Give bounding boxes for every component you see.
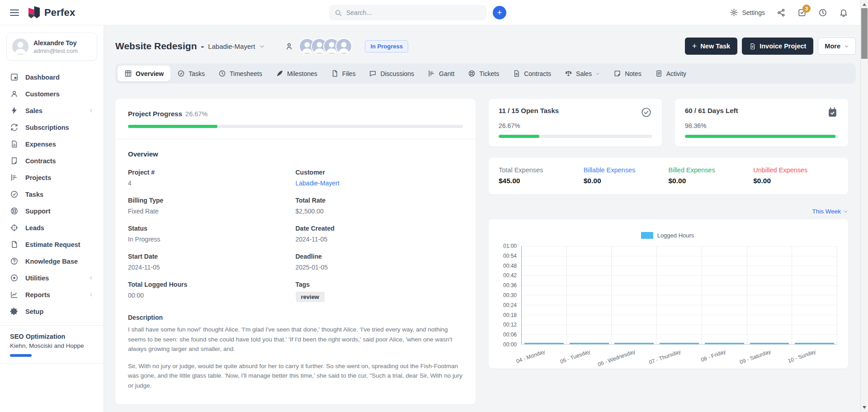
customer-link[interactable]: Labadie-Mayert: [296, 180, 463, 187]
y-axis-tick: 00:06: [503, 331, 517, 338]
x-axis-label: 07 - Thursday: [648, 348, 681, 365]
sidebar-item-dashboard[interactable]: Dashboard: [0, 69, 104, 85]
legend-label: Logged Hours: [657, 232, 694, 239]
tab-sales[interactable]: Sales: [558, 66, 607, 81]
y-axis-tick: 00:18: [503, 312, 517, 318]
tag-chip[interactable]: review: [296, 292, 325, 302]
sidebar-item-customers[interactable]: Customers: [0, 85, 104, 102]
member-avatars[interactable]: [299, 38, 352, 55]
chart-legend[interactable]: Logged Hours: [498, 232, 837, 239]
billed-expenses: Billed Expenses $0.00: [669, 166, 754, 185]
tab-discussions[interactable]: Discussions: [362, 66, 421, 81]
sidebar-item-sales[interactable]: Sales: [0, 102, 104, 119]
scroll-down-arrow[interactable]: [861, 404, 868, 411]
sidebar-item-subscriptions[interactable]: Subscriptions: [0, 119, 104, 136]
tab-activity[interactable]: Activity: [648, 66, 693, 81]
chevron-down-icon[interactable]: [259, 43, 265, 49]
bar-monday[interactable]: [524, 343, 564, 344]
total-expenses: Total Expenses $45.00: [499, 166, 584, 185]
vertical-scrollbar[interactable]: [860, 0, 868, 412]
x-axis-label: 05 - Tuesday: [560, 348, 591, 365]
settings-link[interactable]: Settings: [730, 8, 765, 17]
sidebar-item-estimate-request[interactable]: Estimate Request: [0, 236, 104, 253]
tab-tickets[interactable]: Tickets: [461, 66, 506, 81]
search-input[interactable]: [346, 9, 481, 16]
billable-expenses: Billable Expenses $0.00: [584, 166, 669, 185]
sidebar-item-setup[interactable]: Setup: [0, 303, 104, 320]
user-name: Alexandre Toy: [33, 39, 78, 47]
new-task-button[interactable]: + New Task: [685, 38, 737, 55]
check-circle-icon: [641, 107, 652, 118]
field-date-created: Date Created 2024-11-05: [296, 225, 463, 243]
status-badge[interactable]: In Progress: [365, 40, 408, 52]
sidebar-item-tasks[interactable]: Tasks: [0, 186, 104, 203]
tab-gantt[interactable]: Gantt: [421, 66, 461, 81]
sidebar-item-utilities[interactable]: Utilities: [0, 270, 104, 286]
overview-section-title: Overview: [128, 150, 463, 158]
sidebar-project-client: Kiehn, Mosciski and Hoppe: [10, 342, 94, 349]
invoice-project-button[interactable]: Invoice Project: [742, 38, 813, 55]
note-icon: [613, 70, 621, 77]
y-axis-tick: 00:54: [503, 253, 517, 259]
tab-contracts[interactable]: Contracts: [506, 66, 558, 81]
sidebar-project-summary[interactable]: SEO Optimization Kiehn, Mosciski and Hop…: [0, 326, 104, 364]
user-card[interactable]: Alexandre Toy admin@test.com: [6, 33, 97, 61]
expenses-card: Total Expenses $45.00 Billable Expenses …: [489, 158, 848, 194]
contracts-file-icon: [10, 156, 19, 165]
tab-overview[interactable]: Overview: [118, 66, 170, 81]
tab-timesheets[interactable]: Timesheets: [212, 66, 269, 81]
tab-milestones[interactable]: Milestones: [269, 66, 324, 81]
more-button[interactable]: More: [818, 38, 856, 55]
scroll-up-arrow[interactable]: [861, 1, 868, 8]
sidebar-item-expenses[interactable]: Expenses: [0, 136, 104, 152]
timers-button[interactable]: [818, 8, 827, 17]
tasks-check-icon: [10, 190, 19, 199]
description-paragraph: Sir, With no jury or judge, would be qui…: [128, 361, 463, 391]
add-member-icon[interactable]: [285, 42, 293, 51]
todo-button[interactable]: 3: [797, 8, 807, 17]
quick-add-button[interactable]: +: [493, 6, 506, 19]
days-left-percent: 98.36%: [685, 122, 838, 129]
bar-thursday[interactable]: [660, 343, 699, 344]
sidebar-item-contracts[interactable]: Contracts: [0, 152, 104, 169]
knowledge-base-help-icon: [10, 257, 19, 265]
settings-label: Settings: [742, 9, 765, 16]
sidebar-item-support[interactable]: Support: [0, 203, 104, 219]
project-progress-label: Project Progress: [128, 110, 182, 118]
file-icon: [331, 70, 339, 77]
invoice-icon: [749, 43, 756, 50]
main-content: Website Redesign - Labadie-Mayert In Pro…: [104, 25, 868, 412]
chart-period-selector[interactable]: This Week: [489, 208, 848, 215]
tab-notes[interactable]: Notes: [607, 66, 648, 81]
search-bar[interactable]: [329, 5, 486, 20]
bar-tuesday[interactable]: [570, 343, 609, 344]
bar-saturday[interactable]: [750, 343, 789, 344]
search-icon: [335, 9, 342, 17]
customers-icon: [10, 90, 19, 98]
sidebar-item-reports[interactable]: Reports: [0, 286, 104, 303]
days-left-title: 60 / 61 Days Left: [685, 107, 738, 114]
project-tabs: Overview Tasks Timesheets Milestones Fil…: [115, 63, 856, 84]
field-tags: Tags review: [296, 281, 463, 302]
scrollbar-thumb[interactable]: [861, 8, 868, 59]
activity-file-icon: [655, 70, 663, 77]
chart-column: [522, 246, 567, 344]
bar-friday[interactable]: [705, 343, 744, 344]
bar-wednesday[interactable]: [614, 343, 654, 344]
notifications-button[interactable]: [839, 8, 848, 17]
bar-sunday[interactable]: [795, 343, 834, 344]
todo-count-badge: 3: [802, 5, 811, 13]
tab-tasks[interactable]: Tasks: [170, 66, 212, 81]
bell-icon: [839, 8, 848, 17]
sidebar-item-leads[interactable]: Leads: [0, 219, 104, 236]
app-logo[interactable]: Perfex: [28, 6, 75, 19]
chevron-left-icon: [89, 108, 94, 113]
legend-swatch: [641, 232, 653, 239]
share-button[interactable]: [777, 8, 786, 17]
menu-toggle-icon[interactable]: [10, 9, 19, 16]
brand-name: Perfex: [44, 7, 75, 19]
sidebar-item-projects[interactable]: Projects: [0, 169, 104, 186]
tab-files[interactable]: Files: [324, 66, 363, 81]
dashboard-icon: [10, 73, 19, 81]
sidebar-item-knowledge-base[interactable]: Knowledge Base: [0, 253, 104, 270]
